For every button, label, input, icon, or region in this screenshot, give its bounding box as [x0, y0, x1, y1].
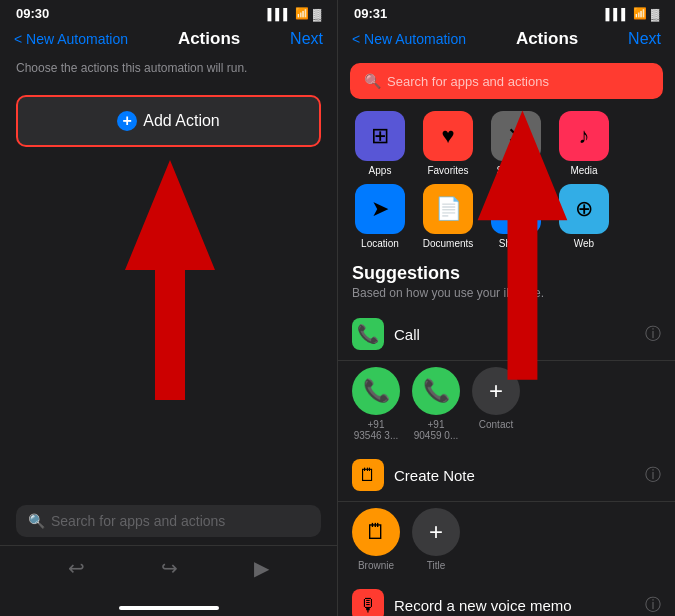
scripting-label: Scripting	[497, 165, 536, 176]
left-search-bar[interactable]: 🔍 Search for apps and actions	[16, 505, 321, 537]
right-nav-bar: < New Automation Actions Next	[338, 25, 675, 57]
suggestion-voice-left: 🎙 Record a new voice memo	[352, 589, 572, 616]
right-search-icon: 🔍	[364, 73, 381, 89]
category-documents[interactable]: 📄 Documents	[418, 184, 478, 249]
left-back-button[interactable]: < New Automation	[14, 31, 128, 47]
battery-icon: ▓	[313, 8, 321, 20]
right-back-button[interactable]: < New Automation	[352, 31, 466, 47]
right-screen: 09:31 ▌▌▌ 📶 ▓ < New Automation Actions N…	[338, 0, 675, 616]
note-title[interactable]: + Title	[412, 508, 460, 571]
note-info-icon[interactable]: ⓘ	[645, 465, 661, 486]
left-time: 09:30	[16, 6, 49, 21]
note-brownie[interactable]: 🗒 Brownie	[352, 508, 400, 571]
category-web[interactable]: ⊕ Web	[554, 184, 614, 249]
voice-icon: 🎙	[352, 589, 384, 616]
sharing-icon: ⬆	[491, 184, 541, 234]
suggestions-header: Suggestions	[338, 255, 675, 286]
location-icon: ➤	[355, 184, 405, 234]
left-subtitle: Choose the actions this automation will …	[0, 57, 337, 87]
redo-icon[interactable]: ↪	[161, 556, 178, 580]
signal-icon: ▌▌▌	[268, 8, 291, 20]
note-contacts: 🗒 Brownie + Title	[338, 502, 675, 579]
category-sharing[interactable]: ⬆ Sharing	[486, 184, 546, 249]
left-status-icons: ▌▌▌ 📶 ▓	[268, 7, 321, 20]
left-home-bar	[119, 606, 219, 610]
call-contacts: 📞 +9193546 3... 📞 +9190459 0... + Contac…	[338, 361, 675, 449]
right-signal-icon: ▌▌▌	[606, 8, 629, 20]
category-media[interactable]: ♪ Media	[554, 111, 614, 176]
suggestion-note-left: 🗒 Create Note	[352, 459, 475, 491]
left-status-bar: 09:30 ▌▌▌ 📶 ▓	[0, 0, 337, 25]
note-icon: 🗒	[352, 459, 384, 491]
category-scripting[interactable]: ✕ Scripting	[486, 111, 546, 176]
search-icon: 🔍	[28, 513, 45, 529]
add-action-button[interactable]: + Add Action	[16, 95, 321, 147]
left-next-button[interactable]: Next	[290, 30, 323, 48]
suggestion-call-left: 📞 Call	[352, 318, 420, 350]
contact-2-icon: 📞	[412, 367, 460, 415]
right-search-placeholder: Search for apps and actions	[387, 74, 549, 89]
suggestion-call-row[interactable]: 📞 Call ⓘ	[338, 308, 675, 361]
sharing-label: Sharing	[499, 238, 533, 249]
call-label: Call	[394, 326, 420, 343]
wifi-icon: 📶	[295, 7, 309, 20]
categories-grid: ⊞ Apps ♥ Favorites ✕ Scripting ♪ Media ➤…	[338, 105, 675, 255]
contact-2-label: +9190459 0...	[414, 419, 458, 441]
media-label: Media	[570, 165, 597, 176]
left-nav-title: Actions	[178, 29, 240, 49]
suggestions-sub: Based on how you use your iPhone.	[338, 286, 675, 308]
right-time: 09:31	[354, 6, 387, 21]
note-label: Create Note	[394, 467, 475, 484]
left-bottom-toolbar: ↩ ↪ ▶	[0, 545, 337, 600]
right-search-bar[interactable]: 🔍 Search for apps and actions	[350, 63, 663, 99]
call-info-icon[interactable]: ⓘ	[645, 324, 661, 345]
documents-label: Documents	[423, 238, 474, 249]
note-title-icon: +	[412, 508, 460, 556]
suggestion-voice-row[interactable]: 🎙 Record a new voice memo ⓘ	[338, 579, 675, 616]
right-status-icons: ▌▌▌ 📶 ▓	[606, 7, 659, 20]
voice-info-icon[interactable]: ⓘ	[645, 595, 661, 616]
left-search-placeholder: Search for apps and actions	[51, 513, 225, 529]
left-nav-bar: < New Automation Actions Next	[0, 25, 337, 57]
apps-label: Apps	[369, 165, 392, 176]
favorites-icon: ♥	[423, 111, 473, 161]
contact-add-icon: +	[472, 367, 520, 415]
undo-icon[interactable]: ↩	[68, 556, 85, 580]
category-favorites[interactable]: ♥ Favorites	[418, 111, 478, 176]
left-screen: 09:30 ▌▌▌ 📶 ▓ < New Automation Actions N…	[0, 0, 338, 616]
documents-icon: 📄	[423, 184, 473, 234]
note-brownie-label: Brownie	[358, 560, 394, 571]
category-apps[interactable]: ⊞ Apps	[350, 111, 410, 176]
right-status-bar: 09:31 ▌▌▌ 📶 ▓	[338, 0, 675, 25]
category-location[interactable]: ➤ Location	[350, 184, 410, 249]
suggestion-note-row[interactable]: 🗒 Create Note ⓘ	[338, 449, 675, 502]
media-icon: ♪	[559, 111, 609, 161]
contact-1[interactable]: 📞 +9193546 3...	[352, 367, 400, 441]
location-label: Location	[361, 238, 399, 249]
right-battery-icon: ▓	[651, 8, 659, 20]
contact-add[interactable]: + Contact	[472, 367, 520, 441]
right-wifi-icon: 📶	[633, 7, 647, 20]
voice-label: Record a new voice memo	[394, 597, 572, 614]
favorites-label: Favorites	[427, 165, 468, 176]
web-icon: ⊕	[559, 184, 609, 234]
web-label: Web	[574, 238, 594, 249]
contact-1-icon: 📞	[352, 367, 400, 415]
right-nav-title: Actions	[516, 29, 578, 49]
scripting-icon: ✕	[491, 111, 541, 161]
play-icon[interactable]: ▶	[254, 556, 269, 580]
call-icon: 📞	[352, 318, 384, 350]
add-action-plus-icon: +	[117, 111, 137, 131]
add-action-label: Add Action	[143, 112, 220, 130]
note-title-label: Title	[427, 560, 446, 571]
apps-icon: ⊞	[355, 111, 405, 161]
note-brownie-icon: 🗒	[352, 508, 400, 556]
contact-2[interactable]: 📞 +9190459 0...	[412, 367, 460, 441]
right-next-button[interactable]: Next	[628, 30, 661, 48]
contact-add-label: Contact	[479, 419, 513, 430]
contact-1-label: +9193546 3...	[354, 419, 398, 441]
